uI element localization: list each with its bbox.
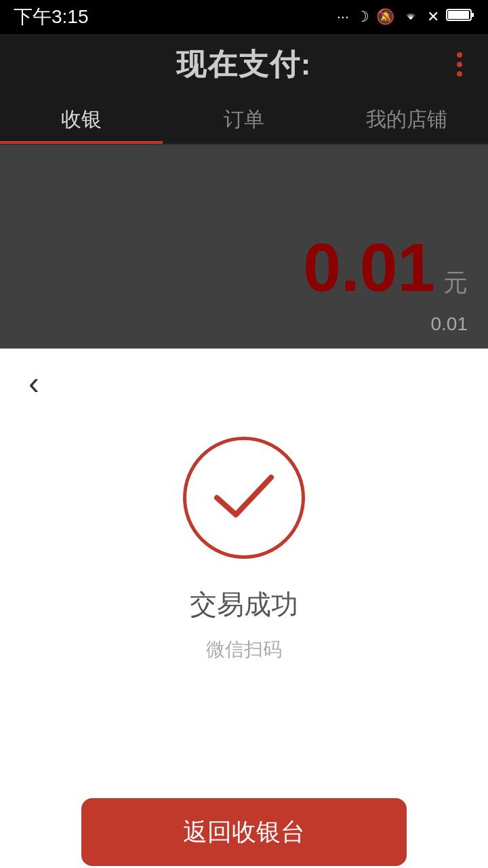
top-header: 现在支付: xyxy=(0,34,488,95)
tab-bar: 收银 订单 我的店铺 xyxy=(0,95,488,145)
amount-unit: 元 xyxy=(443,267,468,300)
amount-display: 0.01 元 xyxy=(303,229,468,307)
menu-dot-3 xyxy=(457,71,462,77)
close-icon: ✕ xyxy=(427,8,439,26)
tab-orders[interactable]: 订单 xyxy=(163,95,325,144)
tab-store[interactable]: 我的店铺 xyxy=(325,95,488,144)
back-chevron-icon: ‹ xyxy=(28,364,39,401)
back-button[interactable]: ‹ xyxy=(14,362,54,403)
success-title: 交易成功 xyxy=(190,586,298,623)
more-menu-button[interactable] xyxy=(450,45,469,83)
success-subtitle: 微信扫码 xyxy=(206,637,282,663)
success-circle xyxy=(183,437,305,559)
amount-value: 0.01 xyxy=(303,229,435,307)
success-area: ‹ 交易成功 微信扫码 返回收银台 xyxy=(0,349,488,868)
amount-section: 0.01 元 0.01 xyxy=(0,145,488,349)
mute-icon: 🔕 xyxy=(376,8,394,26)
status-icons: ··· ☽ 🔕 ✕ xyxy=(337,7,474,26)
amount-sub-value: 0.01 xyxy=(431,313,468,335)
return-button[interactable]: 返回收银台 xyxy=(81,798,407,866)
menu-dot-2 xyxy=(457,62,462,67)
dots-icon: ··· xyxy=(337,8,349,26)
wifi-icon xyxy=(401,7,420,26)
status-time: 下午3:15 xyxy=(14,4,89,30)
moon-icon: ☽ xyxy=(356,8,369,26)
menu-dot-1 xyxy=(457,52,462,58)
svg-rect-2 xyxy=(471,13,474,17)
status-bar: 下午3:15 ··· ☽ 🔕 ✕ xyxy=(0,0,488,34)
svg-rect-1 xyxy=(448,11,469,19)
tab-cashier[interactable]: 收银 xyxy=(0,95,163,144)
checkmark-icon xyxy=(210,471,278,525)
success-content: 交易成功 微信扫码 返回收银台 xyxy=(20,369,468,866)
battery-icon xyxy=(446,7,474,26)
app-title: 现在支付: xyxy=(176,45,312,85)
